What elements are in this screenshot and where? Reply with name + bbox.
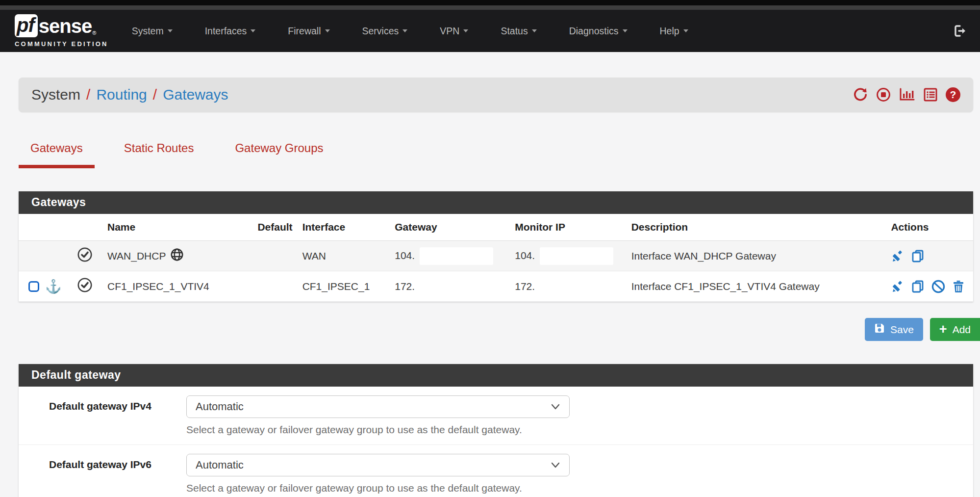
tab-static-routes[interactable]: Static Routes — [112, 136, 206, 168]
menu-interfaces-label: Interfaces — [205, 26, 247, 37]
default-gateway-ipv6-label: Default gateway IPv6 — [19, 454, 186, 494]
disable-icon[interactable] — [931, 279, 946, 294]
edit-icon[interactable] — [891, 279, 905, 294]
chevron-down-icon — [402, 29, 407, 32]
help-question-glyph: ? — [946, 87, 960, 102]
tab-gateway-groups[interactable]: Gateway Groups — [223, 136, 335, 168]
actions-cell — [870, 271, 973, 302]
menu-system-label: System — [132, 26, 164, 37]
default-gateway-ipv4-help: Select a gateway or failover gateway gro… — [186, 424, 973, 436]
stop-icon[interactable] — [876, 87, 891, 103]
interface-cell: WAN — [298, 241, 390, 271]
description-cell: Interface CF1_IPSEC_1_VTIV4 Gateway — [627, 271, 871, 302]
gateway-ip: 104. — [395, 249, 415, 261]
breadcrumb-routing-link[interactable]: Routing — [96, 86, 147, 103]
default-gateway-ipv6-value: Automatic — [196, 459, 244, 471]
row-select-cell: ⚓ — [19, 271, 72, 302]
default-gateway-panel: Default gateway Default gateway IPv4 Aut… — [19, 364, 973, 497]
col-name: Name — [102, 214, 252, 241]
col-status — [72, 214, 102, 241]
save-button-label: Save — [890, 324, 914, 336]
chevron-down-icon — [683, 29, 688, 32]
monitor-ip-cell: 172. — [510, 271, 626, 302]
menu-firewall-label: Firewall — [288, 26, 321, 37]
chevron-down-icon — [532, 29, 537, 32]
copy-icon[interactable] — [911, 249, 926, 263]
breadcrumb-separator: / — [86, 86, 90, 103]
top-navbar: pf sense ® COMMUNITY EDITION System Inte… — [0, 10, 980, 52]
default-gateway-ipv4-label: Default gateway IPv4 — [19, 395, 186, 436]
menu-help[interactable]: Help — [660, 26, 688, 37]
chevron-down-icon — [168, 29, 173, 32]
delete-icon[interactable] — [951, 279, 966, 294]
gateways-panel: Gateways Name Default Interface Gateway … — [19, 191, 973, 302]
pfsense-logo[interactable]: pf sense ® COMMUNITY EDITION — [15, 14, 108, 48]
menu-services-label: Services — [362, 26, 399, 37]
monitor-ip: 104. — [515, 249, 535, 261]
menu-system[interactable]: System — [132, 26, 173, 37]
col-description: Description — [627, 214, 871, 241]
interface-cell: CF1_IPSEC_1 — [298, 271, 390, 302]
table-row: ⚓ CF1_IPSEC_1_VTIV4 CF1_IPSEC_1 172. 172… — [19, 271, 973, 302]
anchor-icon: ⚓ — [45, 279, 62, 294]
redaction-box — [420, 247, 493, 265]
default-cell — [252, 241, 297, 271]
col-select — [19, 214, 72, 241]
gateways-panel-title: Gateways — [19, 191, 973, 214]
default-cell — [252, 271, 297, 302]
gateways-table: Name Default Interface Gateway Monitor I… — [19, 214, 973, 302]
menu-vpn-label: VPN — [440, 26, 459, 37]
save-button[interactable]: Save — [865, 318, 923, 341]
default-gateway-ipv4-row: Default gateway IPv4 Automatic Select a … — [19, 387, 973, 445]
routing-tabs: Gateways Static Routes Gateway Groups — [19, 136, 973, 168]
globe-icon — [170, 248, 184, 264]
menu-services[interactable]: Services — [362, 26, 408, 37]
logo-sense-text: sense — [39, 16, 92, 36]
logo-registered-mark: ® — [92, 30, 96, 36]
table-actions-row: Save + Add — [19, 318, 980, 341]
menu-diagnostics[interactable]: Diagnostics — [569, 26, 628, 37]
menu-interfaces[interactable]: Interfaces — [205, 26, 256, 37]
gateway-ip-cell: 172. — [390, 271, 510, 302]
chevron-down-icon — [325, 29, 330, 32]
default-gateway-ipv6-row: Default gateway IPv6 Automatic Select a … — [19, 445, 973, 497]
col-gateway: Gateway — [390, 214, 510, 241]
col-actions: Actions — [870, 214, 973, 241]
sign-out-icon[interactable] — [953, 24, 967, 38]
breadcrumb-gateways-link[interactable]: Gateways — [163, 86, 228, 103]
monitor-ip-cell: 104. — [510, 241, 626, 271]
menu-status[interactable]: Status — [501, 26, 536, 37]
menu-firewall[interactable]: Firewall — [288, 26, 329, 37]
gateway-name-cell: CF1_IPSEC_1_VTIV4 — [102, 271, 252, 302]
breadcrumb: System / Routing / Gateways — [19, 78, 973, 112]
window-chrome-strip — [0, 5, 980, 10]
description-cell: Interface WAN_DHCP Gateway — [627, 241, 871, 271]
menu-status-label: Status — [501, 26, 528, 37]
chart-bar-icon[interactable] — [899, 87, 915, 103]
help-icon[interactable]: ? — [946, 87, 960, 102]
row-status-cell — [72, 271, 102, 302]
copy-icon[interactable] — [911, 279, 926, 294]
breadcrumb-system: System — [31, 86, 80, 103]
default-gateway-ipv4-select[interactable]: Automatic — [186, 395, 570, 418]
edit-icon[interactable] — [891, 249, 905, 263]
main-menu: System Interfaces Firewall Services VPN … — [132, 26, 688, 37]
gateway-name: WAN_DHCP — [107, 250, 166, 262]
menu-diagnostics-label: Diagnostics — [569, 26, 619, 37]
chevron-down-icon — [551, 459, 560, 471]
tab-gateways[interactable]: Gateways — [19, 136, 95, 168]
menu-help-label: Help — [660, 26, 679, 37]
menu-vpn[interactable]: VPN — [440, 26, 468, 37]
log-list-icon[interactable] — [923, 87, 938, 103]
col-interface: Interface — [298, 214, 390, 241]
default-gateway-panel-title: Default gateway — [19, 364, 973, 387]
default-gateway-ipv6-select[interactable]: Automatic — [186, 454, 570, 476]
add-button[interactable]: + Add — [930, 318, 980, 341]
col-default: Default — [252, 214, 297, 241]
add-button-label: Add — [953, 324, 971, 336]
check-circle-icon — [77, 284, 93, 295]
redaction-box — [540, 247, 613, 265]
refresh-icon[interactable] — [853, 87, 868, 103]
row-checkbox[interactable] — [28, 281, 39, 292]
default-gateway-ipv4-value: Automatic — [196, 400, 244, 413]
